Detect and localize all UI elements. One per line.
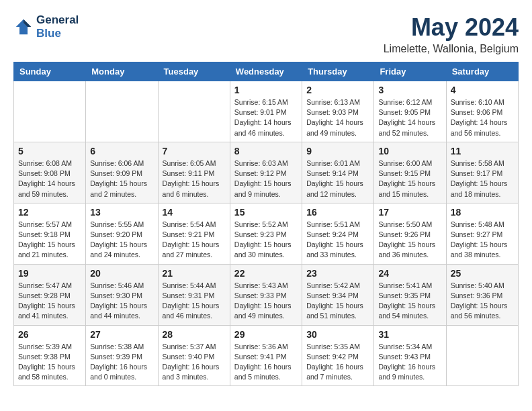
day-number: 2 bbox=[306, 85, 369, 95]
day-info: Sunrise: 5:46 AM Sunset: 9:30 PM Dayligh… bbox=[90, 281, 153, 322]
calendar-cell: 9Sunrise: 6:01 AM Sunset: 9:14 PM Daylig… bbox=[302, 142, 374, 203]
day-number: 30 bbox=[306, 329, 369, 340]
calendar-cell: 18Sunrise: 5:48 AM Sunset: 9:27 PM Dayli… bbox=[446, 203, 518, 264]
calendar-cell bbox=[86, 81, 158, 142]
day-number: 22 bbox=[234, 268, 298, 279]
calendar-cell: 10Sunrise: 6:00 AM Sunset: 9:15 PM Dayli… bbox=[374, 142, 446, 203]
day-info: Sunrise: 5:41 AM Sunset: 9:35 PM Dayligh… bbox=[378, 281, 441, 322]
calendar-cell: 23Sunrise: 5:42 AM Sunset: 9:34 PM Dayli… bbox=[302, 264, 374, 325]
day-info: Sunrise: 5:52 AM Sunset: 9:23 PM Dayligh… bbox=[234, 220, 298, 261]
day-info: Sunrise: 5:43 AM Sunset: 9:33 PM Dayligh… bbox=[234, 281, 298, 322]
calendar-cell bbox=[446, 325, 518, 386]
day-info: Sunrise: 5:39 AM Sunset: 9:38 PM Dayligh… bbox=[18, 342, 81, 383]
calendar-week-2: 5Sunrise: 6:08 AM Sunset: 9:08 PM Daylig… bbox=[14, 142, 519, 203]
day-number: 19 bbox=[18, 268, 81, 279]
calendar-cell: 11Sunrise: 5:58 AM Sunset: 9:17 PM Dayli… bbox=[446, 142, 518, 203]
calendar-week-4: 19Sunrise: 5:47 AM Sunset: 9:28 PM Dayli… bbox=[14, 264, 519, 325]
day-info: Sunrise: 5:47 AM Sunset: 9:28 PM Dayligh… bbox=[18, 281, 81, 322]
day-info: Sunrise: 5:40 AM Sunset: 9:36 PM Dayligh… bbox=[451, 281, 514, 322]
day-info: Sunrise: 6:10 AM Sunset: 9:06 PM Dayligh… bbox=[451, 97, 514, 138]
calendar-cell bbox=[158, 81, 230, 142]
calendar-cell: 29Sunrise: 5:36 AM Sunset: 9:41 PM Dayli… bbox=[230, 325, 302, 386]
day-number: 10 bbox=[378, 146, 441, 156]
day-info: Sunrise: 5:50 AM Sunset: 9:26 PM Dayligh… bbox=[378, 220, 441, 261]
day-number: 18 bbox=[451, 207, 514, 218]
day-info: Sunrise: 5:58 AM Sunset: 9:17 PM Dayligh… bbox=[451, 158, 514, 199]
day-number: 11 bbox=[451, 146, 514, 156]
day-info: Sunrise: 6:01 AM Sunset: 9:14 PM Dayligh… bbox=[306, 158, 369, 199]
day-number: 1 bbox=[234, 85, 298, 95]
calendar-cell: 4Sunrise: 6:10 AM Sunset: 9:06 PM Daylig… bbox=[446, 81, 518, 142]
day-info: Sunrise: 5:36 AM Sunset: 9:41 PM Dayligh… bbox=[234, 342, 298, 383]
day-number: 3 bbox=[378, 85, 441, 95]
weekday-wednesday: Wednesday bbox=[230, 62, 302, 81]
day-number: 25 bbox=[451, 268, 514, 279]
page-header: General Blue May 2024 Limelette, Walloni… bbox=[13, 13, 519, 55]
day-number: 12 bbox=[18, 207, 81, 218]
day-number: 5 bbox=[18, 146, 81, 156]
weekday-tuesday: Tuesday bbox=[158, 62, 230, 81]
day-number: 7 bbox=[163, 146, 226, 156]
calendar-cell: 28Sunrise: 5:37 AM Sunset: 9:40 PM Dayli… bbox=[158, 325, 230, 386]
day-info: Sunrise: 5:57 AM Sunset: 9:18 PM Dayligh… bbox=[18, 220, 81, 261]
day-info: Sunrise: 6:05 AM Sunset: 9:11 PM Dayligh… bbox=[163, 158, 226, 199]
calendar-cell: 30Sunrise: 5:35 AM Sunset: 9:42 PM Dayli… bbox=[302, 325, 374, 386]
day-number: 29 bbox=[234, 329, 298, 340]
day-info: Sunrise: 5:54 AM Sunset: 9:21 PM Dayligh… bbox=[163, 220, 226, 261]
calendar-cell: 24Sunrise: 5:41 AM Sunset: 9:35 PM Dayli… bbox=[374, 264, 446, 325]
day-info: Sunrise: 6:13 AM Sunset: 9:03 PM Dayligh… bbox=[306, 97, 369, 138]
day-number: 9 bbox=[306, 146, 369, 156]
day-info: Sunrise: 5:38 AM Sunset: 9:39 PM Dayligh… bbox=[90, 342, 153, 383]
day-info: Sunrise: 6:03 AM Sunset: 9:12 PM Dayligh… bbox=[234, 158, 298, 199]
day-info: Sunrise: 5:35 AM Sunset: 9:42 PM Dayligh… bbox=[306, 342, 369, 383]
day-info: Sunrise: 5:42 AM Sunset: 9:34 PM Dayligh… bbox=[306, 281, 369, 322]
calendar-cell: 21Sunrise: 5:44 AM Sunset: 9:31 PM Dayli… bbox=[158, 264, 230, 325]
weekday-friday: Friday bbox=[374, 62, 446, 81]
logo-text: General Blue bbox=[36, 13, 79, 40]
day-number: 20 bbox=[90, 268, 153, 279]
calendar-cell: 17Sunrise: 5:50 AM Sunset: 9:26 PM Dayli… bbox=[374, 203, 446, 264]
calendar-cell: 20Sunrise: 5:46 AM Sunset: 9:30 PM Dayli… bbox=[86, 264, 158, 325]
day-info: Sunrise: 5:34 AM Sunset: 9:43 PM Dayligh… bbox=[378, 342, 441, 383]
day-info: Sunrise: 6:06 AM Sunset: 9:09 PM Dayligh… bbox=[90, 158, 153, 199]
day-info: Sunrise: 5:37 AM Sunset: 9:40 PM Dayligh… bbox=[163, 342, 226, 383]
day-info: Sunrise: 5:51 AM Sunset: 9:24 PM Dayligh… bbox=[306, 220, 369, 261]
calendar-cell: 14Sunrise: 5:54 AM Sunset: 9:21 PM Dayli… bbox=[158, 203, 230, 264]
day-number: 27 bbox=[90, 329, 153, 340]
weekday-header-row: SundayMondayTuesdayWednesdayThursdayFrid… bbox=[14, 62, 519, 81]
day-info: Sunrise: 6:00 AM Sunset: 9:15 PM Dayligh… bbox=[378, 158, 441, 199]
day-info: Sunrise: 5:55 AM Sunset: 9:20 PM Dayligh… bbox=[90, 220, 153, 261]
weekday-thursday: Thursday bbox=[302, 62, 374, 81]
calendar-cell: 22Sunrise: 5:43 AM Sunset: 9:33 PM Dayli… bbox=[230, 264, 302, 325]
calendar-week-3: 12Sunrise: 5:57 AM Sunset: 9:18 PM Dayli… bbox=[14, 203, 519, 264]
calendar-table: SundayMondayTuesdayWednesdayThursdayFrid… bbox=[13, 62, 519, 386]
logo-icon bbox=[13, 17, 34, 37]
day-number: 24 bbox=[378, 268, 441, 279]
calendar-cell: 8Sunrise: 6:03 AM Sunset: 9:12 PM Daylig… bbox=[230, 142, 302, 203]
calendar-cell: 15Sunrise: 5:52 AM Sunset: 9:23 PM Dayli… bbox=[230, 203, 302, 264]
location-title: Limelette, Wallonia, Belgium bbox=[384, 43, 519, 55]
calendar-cell: 25Sunrise: 5:40 AM Sunset: 9:36 PM Dayli… bbox=[446, 264, 518, 325]
day-number: 28 bbox=[163, 329, 226, 340]
calendar-week-5: 26Sunrise: 5:39 AM Sunset: 9:38 PM Dayli… bbox=[14, 325, 519, 386]
day-number: 15 bbox=[234, 207, 298, 218]
calendar-cell: 16Sunrise: 5:51 AM Sunset: 9:24 PM Dayli… bbox=[302, 203, 374, 264]
weekday-saturday: Saturday bbox=[446, 62, 518, 81]
day-info: Sunrise: 6:12 AM Sunset: 9:05 PM Dayligh… bbox=[378, 97, 441, 138]
day-number: 21 bbox=[163, 268, 226, 279]
calendar-cell: 31Sunrise: 5:34 AM Sunset: 9:43 PM Dayli… bbox=[374, 325, 446, 386]
logo: General Blue bbox=[13, 13, 79, 40]
title-block: May 2024 Limelette, Wallonia, Belgium bbox=[384, 13, 519, 55]
calendar-cell: 6Sunrise: 6:06 AM Sunset: 9:09 PM Daylig… bbox=[86, 142, 158, 203]
calendar-cell: 2Sunrise: 6:13 AM Sunset: 9:03 PM Daylig… bbox=[302, 81, 374, 142]
weekday-monday: Monday bbox=[86, 62, 158, 81]
day-number: 31 bbox=[378, 329, 441, 340]
calendar-cell: 12Sunrise: 5:57 AM Sunset: 9:18 PM Dayli… bbox=[14, 203, 86, 264]
calendar-cell: 26Sunrise: 5:39 AM Sunset: 9:38 PM Dayli… bbox=[14, 325, 86, 386]
day-number: 6 bbox=[90, 146, 153, 156]
calendar-cell: 5Sunrise: 6:08 AM Sunset: 9:08 PM Daylig… bbox=[14, 142, 86, 203]
calendar-header: SundayMondayTuesdayWednesdayThursdayFrid… bbox=[14, 62, 519, 81]
day-number: 16 bbox=[306, 207, 369, 218]
day-info: Sunrise: 6:15 AM Sunset: 9:01 PM Dayligh… bbox=[234, 97, 298, 138]
calendar-cell bbox=[14, 81, 86, 142]
